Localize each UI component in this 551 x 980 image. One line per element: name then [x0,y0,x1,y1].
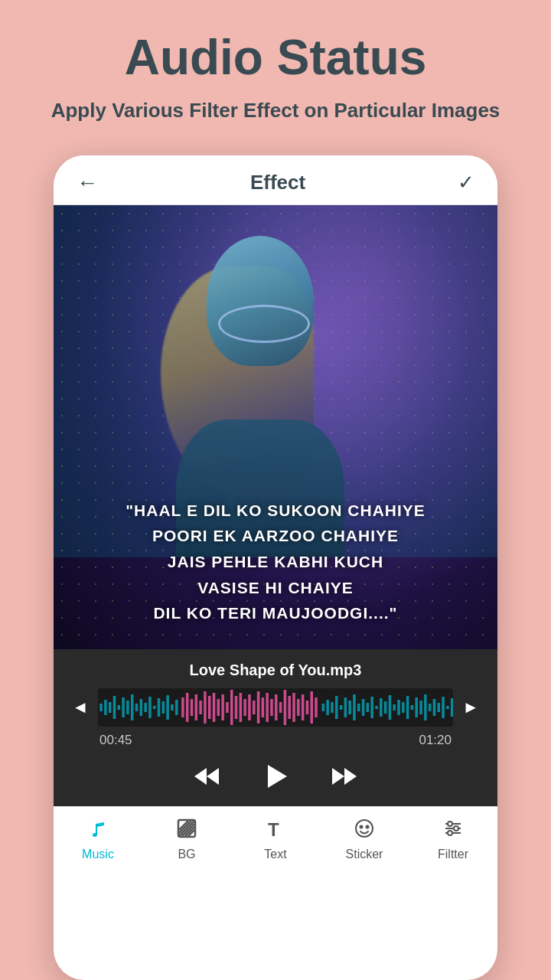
nav-item-music[interactable]: Music [54,807,142,871]
svg-rect-21 [194,694,197,720]
svg-rect-46 [305,701,308,714]
phone-topbar: ← Effect ✓ [54,155,497,205]
time-end: 01:20 [419,733,452,748]
svg-rect-36 [261,697,263,717]
svg-rect-78 [451,698,453,717]
lyrics-line4: VASISE HI CHAIYE [197,579,353,596]
svg-marker-80 [207,768,219,785]
svg-rect-3 [113,696,116,719]
svg-rect-37 [266,693,268,722]
bg-label: BG [178,848,195,861]
music-player: Love Shape of You.mp3 ◄ [54,649,497,806]
back-button[interactable]: ← [77,171,98,195]
waveform-bg [98,688,453,727]
svg-rect-67 [402,702,404,713]
svg-point-93 [360,825,363,828]
svg-rect-57 [357,704,360,711]
svg-rect-9 [139,699,142,716]
filter-label: Filtter [438,848,468,861]
bg-icon [176,818,197,844]
phone-mockup: ← Effect ✓ "HAAL E DIL KO SUKOON CHAHIYE [54,155,497,980]
svg-rect-28 [226,702,228,713]
svg-marker-83 [344,768,357,785]
svg-rect-44 [297,699,299,716]
app-title: Audio Status [51,31,500,84]
sticker-icon [354,818,375,844]
svg-rect-71 [419,701,422,714]
svg-point-94 [367,825,369,828]
smiley-icon [354,818,375,839]
music-label: Music [82,848,114,861]
svg-rect-55 [348,701,350,714]
svg-rect-10 [144,703,146,712]
nav-item-filter[interactable]: Filtter [409,807,497,871]
lyrics-line2: POORI EK AARZOO CHAHIYE [152,527,399,544]
svg-rect-23 [204,691,206,724]
check-button[interactable]: ✓ [458,171,474,194]
music-note-icon [87,818,109,839]
svg-rect-40 [279,702,282,713]
lyrics-line3: JAIS PEHLE KABHI KUCH [168,553,383,570]
svg-point-100 [448,831,452,835]
svg-rect-75 [437,703,439,712]
svg-point-99 [454,826,458,831]
lyrics-overlay: "HAAL E DIL KO SUKOON CHAHIYE POORI EK A… [54,482,497,649]
svg-rect-41 [283,690,285,725]
play-button[interactable] [256,757,295,795]
svg-rect-11 [148,697,151,718]
svg-marker-81 [268,765,287,788]
svg-rect-16 [171,704,173,710]
svg-rect-35 [257,691,259,724]
rewind-button[interactable] [187,757,226,795]
svg-rect-4 [117,705,119,710]
waveform-container: ◄ [69,688,482,727]
nav-item-bg[interactable]: BG [142,807,231,871]
svg-rect-49 [321,704,324,711]
svg-rect-64 [388,695,390,720]
image-area: "HAAL E DIL KO SUKOON CHAHIYE POORI EK A… [54,205,497,649]
track-name: Love Shape of You.mp3 [69,662,482,679]
svg-rect-42 [288,696,290,719]
lyrics-text: "HAAL E DIL KO SUKOON CHAHIYE POORI EK A… [77,498,474,626]
filter-sliders-icon [442,818,464,839]
svg-rect-69 [410,705,412,710]
waveform-right-arrow[interactable]: ► [459,697,482,717]
svg-point-98 [448,822,452,826]
svg-rect-68 [406,696,409,719]
text-T-icon: T [265,818,286,839]
svg-rect-1 [104,700,106,715]
bg-pattern-icon [176,818,197,839]
svg-rect-77 [446,706,448,709]
svg-rect-18 [181,697,184,717]
svg-rect-62 [380,698,382,717]
waveform-left-arrow[interactable]: ◄ [69,697,92,717]
svg-rect-76 [442,697,444,718]
svg-rect-15 [166,695,168,720]
svg-rect-20 [191,699,193,716]
svg-rect-29 [230,690,233,725]
svg-rect-39 [275,694,277,720]
svg-rect-8 [135,704,138,711]
app-subtitle: Apply Various Filter Effect on Particula… [51,96,500,124]
svg-marker-82 [332,768,344,785]
waveform-wrap [98,688,453,727]
svg-rect-58 [362,699,364,716]
nav-item-text[interactable]: T Text [231,807,320,871]
forward-button[interactable] [325,757,364,795]
text-icon: T [265,818,286,844]
svg-rect-24 [208,696,210,719]
rewind-icon [193,765,220,788]
svg-rect-65 [393,704,395,710]
svg-rect-47 [310,691,312,724]
time-start: 00:45 [99,733,132,748]
filter-icon [442,818,464,844]
svg-rect-51 [331,702,333,713]
svg-rect-72 [424,694,426,720]
nav-item-sticker[interactable]: Sticker [320,807,409,871]
svg-point-92 [356,820,373,837]
lyrics-line1: "HAAL E DIL KO SUKOON CHAHIYE [126,501,425,519]
svg-rect-7 [131,694,133,720]
svg-rect-31 [239,693,241,722]
svg-marker-79 [194,768,207,785]
svg-rect-27 [221,694,223,720]
